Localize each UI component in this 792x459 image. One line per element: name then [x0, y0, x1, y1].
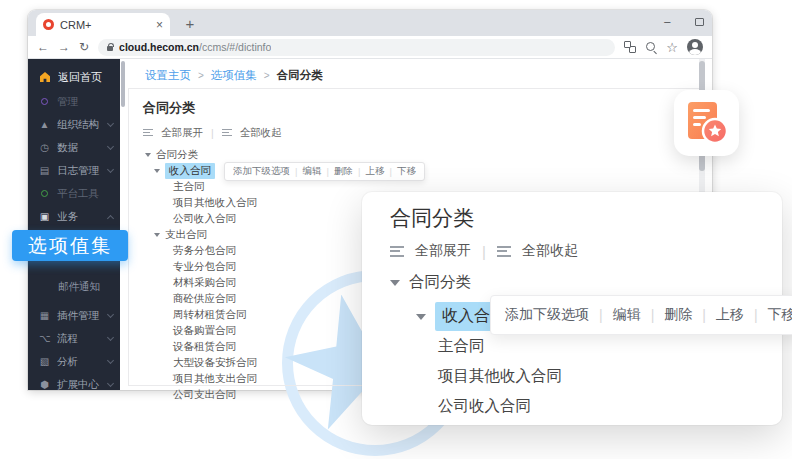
sidebar: 返回首页 管理 ▲ 组织结构 ◷ 数据 ▤ 日志管 — [28, 59, 120, 390]
sidebar-item-org[interactable]: ▲ 组织结构 — [28, 113, 120, 136]
tab-title: CRM+ — [60, 19, 150, 31]
log-icon: ▤ — [39, 166, 50, 176]
org-icon: ▲ — [39, 120, 50, 130]
tab-close-icon[interactable]: × — [156, 18, 163, 32]
browser-tab[interactable]: CRM+ × — [36, 13, 170, 36]
magnified-panel: 合同分类 全部展开 | 全部收起 合同分类 收入合同 添加下级选项| 编辑| 删… — [362, 192, 782, 425]
expand-all-button[interactable]: 全部展开 — [161, 126, 203, 140]
sidebar-item-data[interactable]: ◷ 数据 — [28, 136, 120, 159]
tab-strip: CRM+ × + − — [28, 10, 712, 36]
document-star-card — [674, 90, 739, 156]
clock-icon: ◷ — [39, 143, 50, 153]
window-maximize-button[interactable] — [695, 18, 704, 26]
tree-item-selected[interactable]: 收入合同 添加下级选项| 编辑| 删除| 上移| 下移 — [129, 163, 699, 179]
tree-item[interactable]: 主合同 — [438, 336, 485, 357]
tree-item[interactable]: 项目其他收入合同 — [438, 366, 562, 387]
breadcrumb: 设置主页 > 选项值集 > 合同分类 — [145, 68, 323, 83]
sidebar-item-plugins[interactable]: ▦ 插件管理 — [28, 304, 120, 327]
sidebar-item-extension-center[interactable]: ⬢ 扩展中心 — [28, 373, 120, 390]
ring-purple-icon — [39, 97, 50, 107]
expand-all-button[interactable]: 全部展开 — [415, 242, 471, 260]
breadcrumb-link-settings-home[interactable]: 设置主页 — [145, 68, 191, 83]
collapse-all-button[interactable]: 全部收起 — [522, 242, 578, 260]
window-minimize-button[interactable]: − — [663, 15, 671, 30]
delete-button[interactable]: 删除 — [664, 306, 692, 324]
expand-all-icon — [143, 129, 153, 137]
chevron-down-icon — [107, 379, 114, 386]
breadcrumb-current: 合同分类 — [277, 68, 323, 83]
move-down-button[interactable]: 下移 — [768, 306, 792, 324]
back-button[interactable]: ← — [37, 40, 49, 54]
caret-down-icon[interactable] — [154, 169, 160, 173]
caret-down-icon[interactable] — [154, 233, 160, 237]
chevron-down-icon — [107, 310, 114, 317]
move-down-button[interactable]: 下移 — [397, 165, 416, 178]
analysis-icon: ▧ — [39, 357, 50, 367]
sidebar-item-mail-notify[interactable]: 邮件通知 — [28, 275, 120, 298]
caret-down-icon[interactable] — [390, 280, 400, 286]
workflow-icon: ⌥ — [39, 334, 50, 344]
sidebar-item-logs[interactable]: ▤ 日志管理 — [28, 159, 120, 182]
sidebar-item-business[interactable]: ▣ 业务 — [28, 205, 120, 228]
url-host: cloud.hecom.cn — [119, 41, 199, 53]
collapse-all-icon — [222, 129, 232, 137]
bookmark-star-icon[interactable]: ☆ — [666, 41, 678, 54]
tree-item[interactable]: 合同分类 — [390, 272, 471, 293]
delete-button[interactable]: 删除 — [334, 165, 353, 178]
plugin-icon: ▦ — [39, 311, 50, 321]
page-title: 合同分类 — [143, 99, 699, 117]
add-child-option-button[interactable]: 添加下级选项 — [233, 165, 290, 178]
collapse-all-icon — [497, 246, 511, 257]
edit-button[interactable]: 编辑 — [613, 306, 641, 324]
sidebar-item-workflow[interactable]: ⌥ 流程 — [28, 327, 120, 350]
forward-button[interactable]: → — [58, 40, 70, 54]
breadcrumb-separator: > — [264, 70, 270, 81]
sidebar-scrollbar[interactable] — [121, 61, 125, 107]
translate-icon[interactable] — [624, 41, 636, 53]
lock-icon — [107, 46, 113, 51]
url-text: cloud.hecom.cn/ccms/#/dictinfo — [119, 41, 271, 53]
add-child-option-button[interactable]: 添加下级选项 — [505, 306, 589, 324]
reload-button[interactable]: ↻ — [79, 40, 89, 54]
marketing-canvas: CRM+ × + − ← → ↻ cloud.hecom.cn/ccms/#/d… — [0, 0, 792, 459]
new-tab-button[interactable]: + — [180, 15, 200, 32]
node-action-toolbar: 添加下级选项| 编辑| 删除| 上移| 下移 — [490, 295, 792, 335]
chevron-down-icon — [107, 356, 114, 363]
breadcrumb-link-option-sets[interactable]: 选项值集 — [211, 68, 257, 83]
option-set-callout[interactable]: 选项值集 — [12, 230, 128, 261]
chevron-up-icon — [107, 214, 114, 221]
move-up-button[interactable]: 上移 — [716, 306, 744, 324]
tree-item[interactable]: 公司收入合同 — [438, 396, 531, 417]
selected-node-label[interactable]: 收入合同 — [165, 163, 215, 179]
document-star-icon — [685, 100, 729, 146]
caret-down-icon[interactable] — [145, 153, 151, 157]
expand-all-icon — [390, 246, 404, 257]
collapse-all-button[interactable]: 全部收起 — [240, 126, 282, 140]
sidebar-item-platform-tools[interactable]: 平台工具 — [28, 182, 120, 205]
caret-down-icon[interactable] — [416, 314, 426, 320]
move-up-button[interactable]: 上移 — [365, 165, 384, 178]
chevron-down-icon — [107, 142, 114, 149]
zoom-icon[interactable] — [645, 41, 657, 53]
profile-avatar[interactable] — [687, 39, 703, 55]
address-bar[interactable]: cloud.hecom.cn/ccms/#/dictinfo — [98, 39, 615, 56]
crm-logo-icon — [43, 19, 54, 30]
briefcase-icon: ▣ — [39, 212, 50, 222]
magnified-panel-title: 合同分类 — [390, 204, 474, 232]
edit-button[interactable]: 编辑 — [302, 165, 321, 178]
chevron-down-icon — [107, 119, 114, 126]
tree-item[interactable]: 合同分类 — [129, 147, 699, 163]
sidebar-item-analysis[interactable]: ▧ 分析 — [28, 350, 120, 373]
home-icon — [39, 71, 51, 83]
browser-toolbar: ← → ↻ cloud.hecom.cn/ccms/#/dictinfo ☆ — [28, 36, 712, 59]
chevron-down-icon — [107, 165, 114, 172]
extension-icon: ⬢ — [39, 380, 50, 390]
breadcrumb-separator: > — [198, 70, 204, 81]
sidebar-item-admin[interactable]: 管理 — [28, 90, 120, 113]
url-path: /ccms/#/dictinfo — [199, 41, 271, 53]
node-action-toolbar: 添加下级选项| 编辑| 删除| 上移| 下移 — [224, 162, 425, 181]
sidebar-item-home[interactable]: 返回首页 — [28, 64, 120, 90]
chevron-down-icon — [107, 333, 114, 340]
ring-green-icon — [39, 189, 50, 199]
